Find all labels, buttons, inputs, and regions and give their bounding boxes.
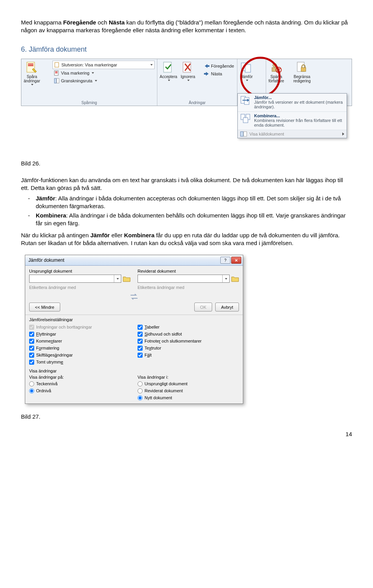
svg-rect-12	[245, 64, 251, 72]
svg-rect-9	[164, 62, 171, 72]
original-doc-combo[interactable]	[29, 275, 121, 283]
ribbon-screenshot: Spåra ändringar Slutversion: Visa marker…	[21, 59, 352, 157]
reject-icon	[182, 61, 194, 74]
heading-show-changes: Visa ändringar	[29, 369, 239, 373]
compare-icon	[241, 61, 253, 74]
compare-docs-icon	[241, 96, 251, 105]
document-final-icon	[54, 62, 60, 68]
svg-rect-18	[301, 68, 306, 71]
ok-button[interactable]: OK	[194, 303, 212, 311]
paragraph-after-26: Jämför-funktionen kan du använda om en t…	[21, 176, 352, 192]
radio-word-level[interactable]: Ordnivå	[29, 387, 131, 394]
dialog-titlebar: Jämför dokument ? ✕	[25, 255, 243, 266]
label-mark-changes-left: Etikettera ändringar med	[29, 285, 131, 290]
chevron-down-icon	[187, 80, 190, 81]
reviewing-pane-dropdown[interactable]: Granskningsruta	[52, 77, 155, 85]
dropdown-item-compare[interactable]: Jämför...Jämför två versioner av ett dok…	[238, 94, 347, 112]
restrict-editing-icon	[296, 61, 308, 74]
label-revised-doc: Reviderat dokument	[138, 269, 239, 273]
list-item: Kombinera: Alla ändringar i de båda doku…	[36, 212, 352, 228]
block-authors-button[interactable]: Spärra författare	[268, 61, 284, 83]
radio-new-doc[interactable]: Nytt dokument	[138, 394, 239, 401]
radio-char-level[interactable]: Teckennivå	[29, 380, 131, 387]
radio-original-doc[interactable]: Ursprungligt dokument	[138, 380, 239, 387]
chevron-down-icon	[168, 80, 170, 81]
dialog-title: Jämför dokument	[28, 257, 220, 263]
chk-fields[interactable]: Fält	[138, 351, 239, 358]
radio-revised-doc[interactable]: Reviderat dokument	[138, 387, 239, 394]
close-button[interactable]: ✕	[231, 257, 241, 264]
chevron-down-icon	[92, 72, 94, 74]
chk-headers[interactable]: Sidhuvud och sidfot	[138, 331, 239, 337]
chevron-down-icon	[31, 84, 33, 85]
restrict-editing-button[interactable]: Begränsa redigering	[293, 61, 310, 83]
help-button[interactable]: ?	[220, 257, 230, 264]
svg-point-13	[273, 63, 277, 67]
dropdown-item-show-source[interactable]: Visa källdokument	[238, 130, 347, 138]
label-mark-changes-right: Etikettera ändringar med	[138, 285, 239, 290]
accept-button[interactable]: Acceptera	[160, 61, 177, 81]
label-original-doc: Ursprungligt dokument	[29, 269, 131, 273]
chk-case[interactable]: Skiftlägesändringar	[29, 351, 131, 358]
less-button[interactable]: << Mindre	[29, 303, 60, 311]
svg-rect-6	[55, 73, 58, 73]
bullet-list: Jämför: Alla ändringar i båda dokumenten…	[21, 195, 352, 228]
svg-rect-5	[55, 71, 58, 72]
svg-rect-25	[244, 132, 247, 136]
chevron-down-icon	[117, 278, 119, 280]
label-show-in: Visa ändringar i:	[138, 375, 239, 379]
swap-icon[interactable]	[130, 293, 138, 300]
chevron-down-icon	[150, 64, 153, 66]
compare-dialog: Jämför dokument ? ✕ Ursprungligt dokumen…	[25, 255, 243, 404]
show-markup-dropdown[interactable]: Visa markering	[52, 69, 155, 77]
chk-whitespace[interactable]: Tomt utrymme	[29, 358, 131, 365]
section-heading-6: 6. Jämföra dokument	[21, 45, 352, 54]
chevron-down-icon	[95, 80, 97, 82]
browse-folder-icon[interactable]	[123, 275, 131, 282]
chevron-down-icon	[225, 278, 227, 280]
accept-icon	[162, 61, 175, 74]
svg-rect-3	[55, 63, 59, 67]
chk-comments[interactable]: Kommentarer	[29, 337, 131, 344]
cancel-button[interactable]: Avbryt	[215, 303, 239, 311]
combine-docs-icon	[241, 114, 251, 123]
display-for-review-dropdown[interactable]: Slutversion: Visa markeringar	[52, 61, 155, 69]
previous-button[interactable]: Föregående	[202, 62, 235, 70]
figure-caption-27: Bild 27.	[21, 413, 352, 421]
track-changes-button[interactable]: Spåra ändringar	[24, 61, 40, 85]
browse-folder-icon[interactable]	[231, 275, 239, 282]
revised-doc-combo[interactable]	[138, 275, 230, 283]
chk-footnotes[interactable]: Fotnoter och slutkommentarer	[138, 337, 239, 344]
next-button[interactable]: Nästa	[202, 70, 235, 78]
group-label-tracking: Spårning	[21, 101, 157, 105]
source-doc-icon	[240, 131, 247, 137]
chk-tables[interactable]: Tabeller	[138, 324, 239, 331]
reject-button[interactable]: Ignorera	[181, 61, 195, 81]
list-item: Jämför: Alla ändringar i båda dokumenten…	[36, 195, 352, 210]
svg-rect-7	[54, 78, 56, 83]
svg-rect-23	[243, 118, 248, 123]
block-authors-icon	[270, 61, 282, 74]
chk-textboxes[interactable]: Textrutor	[138, 344, 239, 351]
svg-rect-10	[183, 62, 191, 72]
svg-rect-20	[244, 97, 249, 104]
reviewing-pane-icon	[54, 78, 59, 84]
svg-rect-2	[28, 65, 33, 66]
intro-paragraph: Med knapparna Föregående och Nästa kan d…	[21, 19, 352, 35]
compare-button[interactable]: Jämför	[241, 61, 253, 81]
chk-insertions[interactable]: Infogningar och borttagningar	[29, 324, 131, 331]
previous-icon	[204, 63, 209, 69]
svg-rect-24	[241, 132, 243, 136]
next-icon	[204, 71, 209, 77]
kw-nasta: Nästa	[109, 19, 125, 26]
svg-rect-8	[57, 78, 59, 83]
track-changes-icon	[26, 61, 38, 74]
paragraph-before-dialog: När du klickar på antingen Jämför eller …	[21, 231, 352, 247]
chk-moves[interactable]: Flyttningar	[29, 331, 131, 337]
dropdown-item-combine[interactable]: Kombinera...Kombinera revisioner från fl…	[238, 112, 347, 130]
heading-compare-settings: Jämförelseinställningar	[29, 317, 239, 322]
chevron-right-icon	[342, 132, 344, 136]
chk-formatting[interactable]: Formatering	[29, 344, 131, 351]
figure-caption-26: Bild 26.	[21, 160, 352, 167]
group-label-changes: Ändringar	[157, 101, 237, 105]
